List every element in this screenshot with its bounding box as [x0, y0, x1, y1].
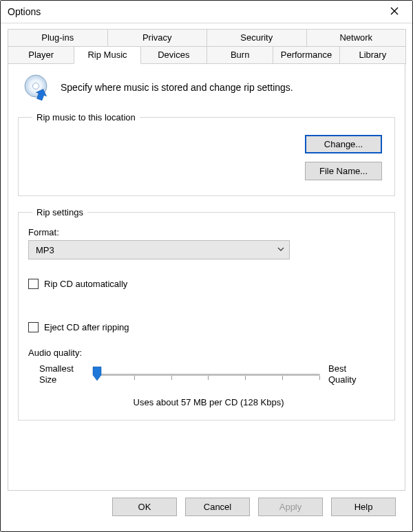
tab-strip: Plug-ins Privacy Security Network Player…: [8, 29, 405, 64]
format-label: Format:: [28, 227, 385, 237]
rip-location-group: Rip music to this location Change... Fil…: [18, 112, 395, 196]
help-button[interactable]: Help: [331, 498, 396, 516]
tab-devices[interactable]: Devices: [140, 47, 207, 64]
tab-security[interactable]: Security: [206, 29, 307, 47]
intro-row: Specify where music is stored and change…: [23, 74, 395, 101]
rip-cd-icon: [23, 74, 51, 101]
audio-quality-slider-area: Smallest Size: [39, 363, 378, 407]
tab-plugins[interactable]: Plug-ins: [8, 29, 108, 47]
checkbox-box-icon: [28, 322, 39, 332]
svg-point-1: [33, 83, 39, 89]
tab-performance[interactable]: Performance: [273, 47, 339, 64]
tab-panel-rip-music: Specify where music is stored and change…: [8, 63, 405, 491]
intro-text: Specify where music is stored and change…: [61, 82, 293, 93]
rip-auto-label: Rip CD automatically: [44, 279, 127, 289]
tab-rip-music[interactable]: Rip Music: [74, 47, 140, 64]
slider-left-label: Smallest Size: [39, 363, 89, 386]
eject-cd-checkbox[interactable]: Eject CD after ripping: [28, 322, 385, 332]
slider-thumb[interactable]: [92, 366, 103, 381]
rip-settings-group: Rip settings Format: MP3 Rip CD automati…: [18, 207, 395, 421]
ok-button[interactable]: OK: [112, 498, 177, 516]
close-icon: [390, 7, 399, 17]
window-title: Options: [8, 6, 41, 17]
dialog-button-row: OK Cancel Apply Help: [8, 491, 405, 524]
options-dialog: Options Plug-ins Privacy Security Networ…: [0, 0, 413, 532]
slider-right-label: Best Quality: [328, 363, 378, 386]
close-button[interactable]: [382, 3, 407, 20]
titlebar: Options: [1, 1, 412, 23]
tab-burn[interactable]: Burn: [206, 47, 273, 64]
chevron-down-icon: [277, 245, 285, 255]
tab-network[interactable]: Network: [306, 29, 407, 47]
slider-note: Uses about 57 MB per CD (128 Kbps): [39, 397, 378, 407]
cancel-button[interactable]: Cancel: [185, 498, 250, 516]
slider-ticks: [97, 376, 320, 381]
format-combobox[interactable]: MP3: [28, 240, 290, 259]
tab-privacy[interactable]: Privacy: [107, 29, 208, 47]
file-name-button[interactable]: File Name...: [305, 162, 382, 180]
audio-quality-label: Audio quality:: [28, 348, 385, 358]
tab-player[interactable]: Player: [8, 47, 74, 64]
eject-cd-label: Eject CD after ripping: [44, 322, 129, 332]
audio-quality-slider[interactable]: [97, 366, 320, 383]
apply-button[interactable]: Apply: [258, 498, 323, 516]
format-field: Format: MP3: [28, 227, 385, 259]
rip-settings-legend: Rip settings: [32, 207, 87, 217]
tab-library[interactable]: Library: [339, 47, 406, 64]
change-location-button[interactable]: Change...: [305, 135, 382, 153]
format-value: MP3: [36, 245, 54, 255]
dialog-content: Plug-ins Privacy Security Network Player…: [1, 23, 412, 531]
slider-track: [97, 374, 320, 376]
rip-auto-checkbox[interactable]: Rip CD automatically: [28, 279, 385, 289]
checkbox-box-icon: [28, 279, 39, 289]
rip-location-legend: Rip music to this location: [32, 112, 140, 123]
